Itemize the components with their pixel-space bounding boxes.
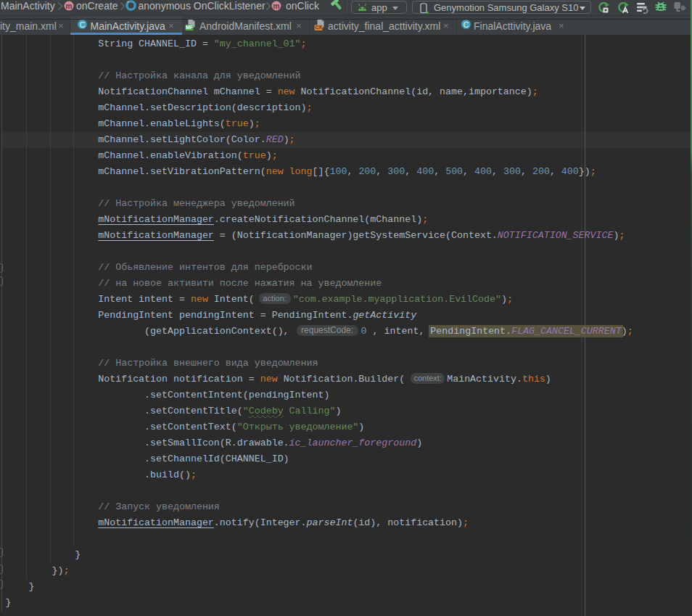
svg-text:C: C [464, 20, 469, 29]
svg-text:m: m [273, 1, 280, 9]
svg-text:MF: MF [186, 25, 194, 30]
svg-text:m: m [65, 1, 72, 9]
svg-text:C: C [80, 20, 86, 29]
svg-text:CX: CX [315, 25, 322, 30]
